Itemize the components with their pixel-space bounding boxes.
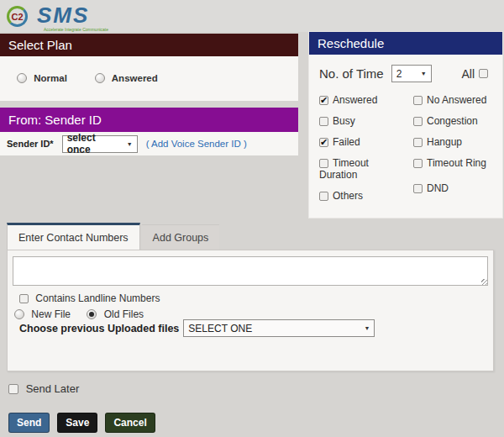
reschedule-checkbox-timeout-ring[interactable]: Timeout Ring [413,157,492,169]
sender-id-title: From: Sender ID [0,108,298,132]
logo-tagline: Accelerate Integrate Communicate [44,27,108,32]
no-of-time-row: No. of Time 2 ▼ All [319,65,492,82]
select-plan-title: Select Plan [0,34,298,56]
reschedule-checkbox-others[interactable]: Others [319,190,405,202]
reschedule-checkbox-hangup[interactable]: Hangup [413,136,492,148]
select-plan-panel: Select Plan Normal Answered [0,34,298,101]
checkbox-icon [413,138,423,147]
logo-sms-text: SMS [37,3,89,29]
checkbox-column-right: No Answered Congestion Hangup Timeout Ri… [413,94,492,211]
checkbox-label: Congestion [427,115,478,127]
tab-add-groups[interactable]: Add Groups [142,224,220,250]
contacts-panel: Contains Landline Numbers New File Old F… [7,250,494,371]
radio-icon [95,73,105,83]
checkbox-column-left: Answered Busy Failed Timeout Duration Ot… [319,94,405,211]
checkbox-icon [319,138,328,147]
contains-landline-checkbox[interactable]: Contains Landline Numbers [19,292,160,304]
reschedule-title: Reschedule [309,32,502,55]
radio-new-file[interactable]: New File [14,308,73,320]
reschedule-panel: Reschedule No. of Time 2 ▼ All Answered … [309,32,502,218]
checkbox-icon [19,294,29,303]
checkbox-label: Others [333,190,363,202]
send-later-label: Send Later [26,382,80,395]
tab-enter-contact-numbers[interactable]: Enter Contact Numbers [7,223,140,250]
all-checkbox[interactable] [479,69,488,78]
top-header-strip: C2 SMS Accelerate Integrate Communicate [0,0,504,32]
checkbox-label: Answered [333,94,377,106]
no-of-time-select[interactable]: 2 ▼ [391,65,432,82]
plan-radio-answered[interactable]: Answered [95,73,158,83]
radio-old-files[interactable]: Old Files [87,308,144,320]
checkbox-icon [413,117,423,126]
reschedule-checkbox-answered[interactable]: Answered [319,94,405,106]
sender-id-body: Sender ID* select once ▼ ( Add Voice Sen… [0,132,298,155]
reschedule-checkbox-failed[interactable]: Failed [319,136,405,148]
checkbox-icon [319,117,328,126]
reschedule-checkbox-no-answered[interactable]: No Answered [413,94,492,106]
all-label: All [461,67,475,81]
reschedule-checkbox-congestion[interactable]: Congestion [413,115,492,127]
send-later-checkbox[interactable]: Send Later [8,382,79,395]
radio-old-files-label: Old Files [104,308,144,320]
checkbox-icon [413,184,423,193]
radio-new-file-label: New File [31,308,71,320]
checkbox-label: Busy [333,115,355,127]
contacts-tab-bar: Enter Contact Numbers Add Groups [7,223,219,250]
reschedule-checkbox-grid: Answered Busy Failed Timeout Duration Ot… [319,94,492,211]
plan-radio-normal-label: Normal [34,73,67,83]
contact-numbers-textarea[interactable] [13,256,488,286]
reschedule-checkbox-busy[interactable]: Busy [319,115,405,127]
reschedule-checkbox-timeout-duration[interactable]: Timeout Duration [319,157,405,181]
no-of-time-label: No. of Time [319,66,384,81]
chevron-down-icon: ▼ [421,71,427,76]
chevron-down-icon: ▼ [127,141,133,147]
contains-landline-label: Contains Landline Numbers [35,292,160,304]
logo-circle-icon: C2 [7,6,28,27]
checkbox-icon [413,96,423,105]
cancel-button[interactable]: Cancel [105,413,155,433]
checkbox-icon [319,96,328,105]
sender-id-label: Sender ID* [7,139,54,149]
c2sms-logo: C2 SMS Accelerate Integrate Communicate [7,3,133,31]
choose-uploaded-files-label: Choose previous Uploaded files [19,323,179,334]
chevron-down-icon: ▼ [364,325,370,331]
action-button-row: Send Save Cancel [8,413,155,433]
checkbox-icon [319,192,328,201]
uploaded-files-select-value: SELECT ONE [188,323,252,334]
checkbox-icon [8,384,18,394]
reschedule-checkbox-dnd[interactable]: DND [413,182,492,194]
plan-radio-normal[interactable]: Normal [17,73,70,83]
reschedule-body: No. of Time 2 ▼ All Answered Busy Failed [309,55,502,218]
checkbox-icon [319,159,328,168]
sender-id-select[interactable]: select once ▼ [62,135,138,153]
sender-id-panel: From: Sender ID Sender ID* select once ▼… [0,108,298,155]
save-button[interactable]: Save [57,413,97,433]
checkbox-label: DND [427,182,449,194]
uploaded-files-select[interactable]: SELECT ONE ▼ [183,319,375,337]
plan-radio-answered-label: Answered [112,73,158,83]
select-plan-body: Normal Answered [0,56,298,101]
checkbox-icon [413,159,423,168]
add-voice-sender-id-link[interactable]: ( Add Voice Sender ID ) [146,139,247,149]
radio-icon [87,309,97,319]
sender-id-select-value: select once [67,132,122,155]
checkbox-label: No Answered [427,94,486,106]
checkbox-label: Timeout Ring [427,157,486,169]
checkbox-label: Failed [333,136,360,148]
checkbox-label: Hangup [427,136,462,148]
no-of-time-value: 2 [396,68,402,80]
radio-icon [14,309,24,319]
choose-uploaded-files-row: Choose previous Uploaded files SELECT ON… [19,319,375,337]
logo-c2-text: C2 [11,12,23,22]
send-button[interactable]: Send [8,413,50,433]
radio-icon [17,73,27,83]
